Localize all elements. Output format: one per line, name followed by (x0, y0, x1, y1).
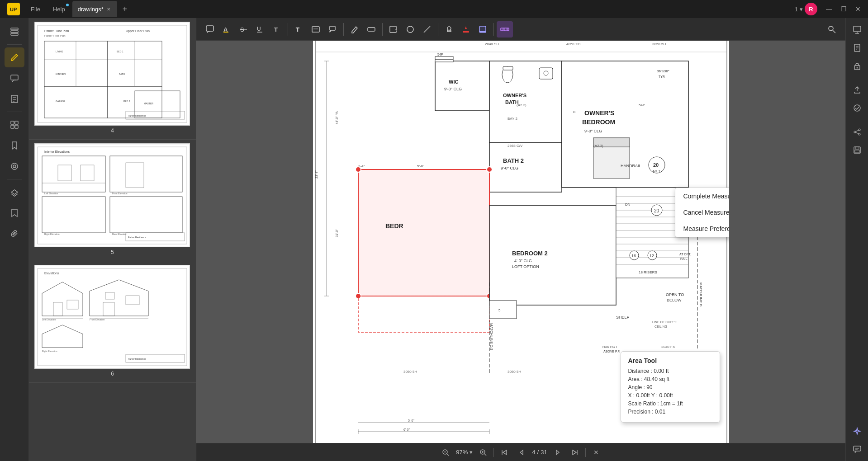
cancel-measurement-item[interactable]: Cancel Measurement (675, 204, 729, 221)
shape-tool-btn[interactable] (385, 21, 402, 38)
info-panel-title: Area Tool (628, 357, 712, 364)
nav-prev-btn[interactable] (515, 446, 528, 459)
left-sidebar (0, 18, 29, 461)
svg-text:OPEN TO: OPEN TO (666, 292, 684, 297)
svg-point-14 (11, 163, 18, 169)
text2-tool-btn[interactable]: T (291, 21, 307, 38)
nav-next-btn[interactable] (551, 446, 564, 459)
svg-text:KITCHEN: KITCHEN (56, 73, 66, 75)
callout-tool-btn[interactable] (324, 21, 341, 38)
textbox-tool-btn[interactable] (308, 21, 324, 38)
highlight-tool-btn[interactable]: A (218, 21, 235, 38)
r-icon-save[interactable] (849, 142, 865, 158)
zoom-in-btn[interactable] (476, 446, 490, 459)
thumbnail-page-6[interactable]: Elevations Left Elevation (29, 261, 196, 383)
strikethrough-tool-btn[interactable]: S (235, 21, 251, 38)
sidebar-item-layers[interactable] (5, 182, 24, 202)
add-tab-btn[interactable]: + (119, 3, 131, 16)
measure-preferences-item[interactable]: Measure Preferences (675, 221, 729, 237)
close-btn[interactable]: ✕ (852, 3, 864, 15)
zoom-out-btn[interactable] (439, 446, 452, 459)
sidebar-item-organize[interactable] (5, 115, 24, 135)
nav-first-btn[interactable] (498, 446, 511, 459)
info-distance: Distance : 0.00 ft (628, 368, 712, 374)
tab-help[interactable]: Help (47, 1, 71, 17)
svg-text:5'-0": 5'-0" (408, 419, 414, 422)
sidebar-item-bookmark[interactable] (5, 136, 24, 155)
color-tool-btn[interactable] (458, 21, 474, 38)
svg-rect-3 (11, 31, 18, 33)
thumb-num-5: 5 (34, 247, 190, 257)
svg-text:T: T (274, 26, 278, 33)
svg-rect-12 (11, 125, 14, 128)
svg-text:Parker Residence: Parker Residence (128, 114, 146, 117)
updf-logo-icon: UP (7, 3, 20, 15)
sidebar-item-edit[interactable] (5, 47, 24, 67)
svg-line-199 (447, 454, 449, 456)
svg-text:5'-6": 5'-6" (417, 164, 424, 168)
svg-rect-111 (503, 66, 513, 70)
eraser-tool-btn[interactable] (363, 21, 379, 38)
r-icon-view[interactable] (849, 22, 865, 38)
r-icon-check[interactable] (849, 100, 865, 116)
svg-rect-123 (358, 169, 489, 296)
svg-text:MASTER: MASTER (144, 102, 153, 105)
page-dropdown-icon[interactable]: ▾ (800, 6, 803, 13)
svg-rect-104 (435, 61, 489, 111)
line-tool-btn[interactable] (419, 21, 435, 38)
stamp-tool-btn[interactable] (441, 21, 457, 38)
svg-rect-54 (38, 268, 187, 366)
thumbnail-page-5[interactable]: Interior Elevations Left Elevation Front… (29, 140, 196, 261)
svg-rect-82 (330, 26, 335, 30)
measure-handle-tr[interactable] (487, 167, 492, 172)
tab-file[interactable]: File (25, 1, 46, 17)
r-icon-chat[interactable] (849, 441, 865, 457)
maximize-btn[interactable]: ❐ (837, 3, 850, 15)
content-area: A S U (196, 18, 845, 461)
updf-logo[interactable]: UP (4, 1, 24, 17)
comment-tool-btn[interactable] (202, 21, 218, 38)
shapes2-tool-btn[interactable] (402, 21, 418, 38)
viewer-close-btn[interactable]: ✕ (589, 446, 603, 459)
svg-text:WIC: WIC (449, 79, 458, 85)
r-icon-lock[interactable] (849, 58, 865, 74)
svg-line-203 (484, 454, 486, 456)
sidebar-item-bookmarks[interactable] (5, 203, 24, 223)
svg-text:ABOVE F.F.: ABOVE F.F. (603, 350, 620, 353)
info-precision: Precision : 0.01 (628, 409, 712, 415)
svg-text:BEDROOM 2: BEDROOM 2 (512, 250, 548, 257)
svg-text:(A2.3): (A2.3) (593, 144, 603, 148)
page-separator: / (537, 449, 539, 456)
svg-line-220 (856, 132, 859, 134)
nav-last-btn[interactable] (568, 446, 582, 459)
tab-drawings[interactable]: drawings* ✕ (72, 1, 117, 17)
r-icon-doc[interactable] (849, 40, 865, 56)
text-tool-btn[interactable]: T (269, 21, 285, 38)
sidebar-item-doc[interactable] (5, 89, 24, 109)
r-icon-share[interactable] (849, 124, 865, 140)
pen-tool-btn[interactable] (346, 21, 363, 38)
thumb-img-5: Interior Elevations Left Elevation Front… (34, 143, 190, 247)
r-icon-sparkle[interactable] (849, 423, 865, 439)
underline-tool-btn[interactable]: U (252, 21, 268, 38)
page-nav: 1 ▾ (795, 6, 803, 13)
zoom-dropdown-icon[interactable]: ▾ (470, 449, 473, 456)
svg-text:GARAGE: GARAGE (56, 100, 66, 103)
thumbnail-page-4[interactable]: Parker Floor Plan Parker Floor Plan LIVI… (29, 18, 196, 140)
tab-close-btn[interactable]: ✕ (105, 6, 112, 12)
sidebar-item-tools[interactable] (5, 156, 24, 176)
sidebar-divider-1 (7, 44, 22, 45)
user-avatar[interactable]: R (805, 3, 817, 15)
sidebar-item-attach[interactable] (5, 224, 24, 244)
sidebar-item-pages[interactable] (5, 22, 24, 42)
svg-text:LINE OF CLIPPE: LINE OF CLIPPE (652, 320, 677, 324)
complete-measurement-item[interactable]: Complete Measurement (675, 188, 729, 204)
measure-tool-btn[interactable] (497, 21, 513, 38)
r-icon-upload[interactable] (849, 82, 865, 98)
svg-rect-4 (11, 33, 18, 35)
search-tool-btn[interactable] (824, 21, 840, 38)
sidebar-item-comment[interactable] (5, 68, 24, 88)
svg-rect-83 (368, 28, 375, 31)
color2-tool-btn[interactable] (474, 21, 491, 38)
minimize-btn[interactable]: — (823, 3, 835, 15)
